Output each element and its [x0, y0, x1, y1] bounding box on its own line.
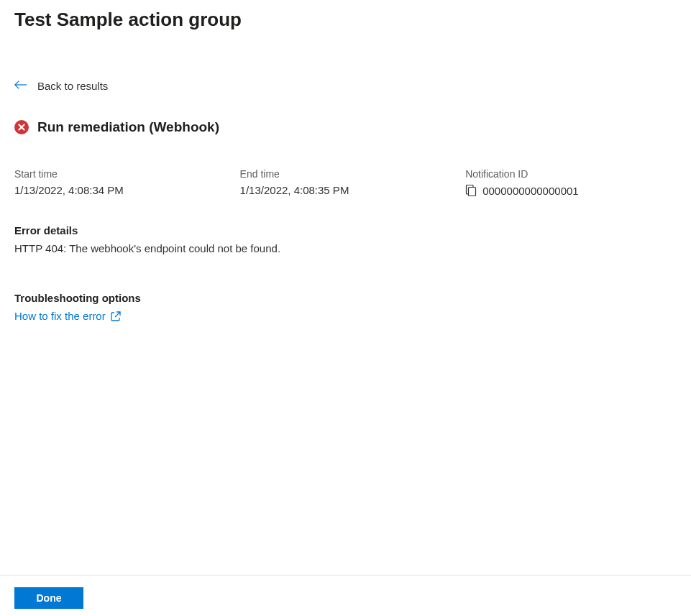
- end-time-field: End time 1/13/2022, 4:08:35 PM: [240, 168, 459, 197]
- start-time-label: Start time: [14, 168, 233, 180]
- back-to-results-link[interactable]: Back to results: [14, 80, 108, 92]
- notification-id-field: Notification ID 0000000000000001: [465, 168, 677, 197]
- footer: Done: [0, 575, 691, 616]
- arrow-left-icon: [14, 80, 27, 92]
- notification-id-label: Notification ID: [465, 168, 677, 180]
- status-row: Run remediation (Webhook): [14, 119, 677, 135]
- troubleshooting-heading: Troubleshooting options: [14, 292, 677, 304]
- how-to-fix-link[interactable]: How to fix the error: [14, 310, 122, 322]
- page-title: Test Sample action group: [14, 9, 677, 31]
- back-to-results-label: Back to results: [37, 80, 108, 92]
- end-time-label: End time: [240, 168, 459, 180]
- copy-icon[interactable]: [465, 184, 477, 197]
- error-details-heading: Error details: [14, 224, 677, 236]
- error-details-message: HTTP 404: The webhook's endpoint could n…: [14, 242, 677, 254]
- done-button[interactable]: Done: [14, 587, 83, 609]
- start-time-field: Start time 1/13/2022, 4:08:34 PM: [14, 168, 233, 197]
- how-to-fix-label: How to fix the error: [14, 310, 106, 322]
- svg-rect-4: [469, 188, 476, 196]
- external-link-icon: [110, 311, 122, 322]
- start-time-value: 1/13/2022, 4:08:34 PM: [14, 184, 233, 196]
- error-circle-icon: [14, 120, 29, 134]
- end-time-value: 1/13/2022, 4:08:35 PM: [240, 184, 459, 196]
- status-title: Run remediation (Webhook): [37, 119, 219, 135]
- svg-line-5: [115, 312, 120, 317]
- notification-id-value: 0000000000000001: [482, 185, 578, 197]
- info-grid: Start time 1/13/2022, 4:08:34 PM End tim…: [14, 168, 677, 197]
